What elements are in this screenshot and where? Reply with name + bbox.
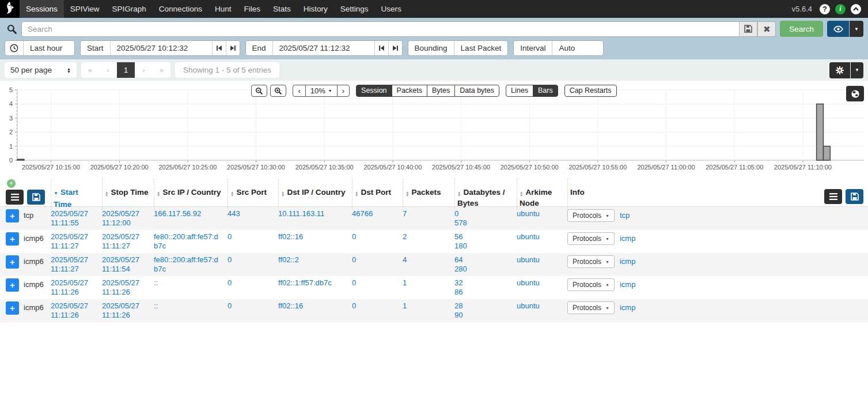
src-ip-link[interactable]: 166.117.56.92 — [154, 209, 201, 218]
dst-ip-link[interactable]: ff02::16 — [278, 301, 303, 310]
bytes-link[interactable]: 280 — [454, 265, 467, 273]
src-ip-link[interactable]: fe80::200:aff:fe57:db7c — [154, 255, 218, 273]
column-header-stop-time[interactable]: ▲▼Stop Time — [102, 179, 154, 210]
views-dropdown-button[interactable]: ▼ — [850, 21, 863, 37]
src-port-link[interactable]: 0 — [228, 232, 232, 241]
start-time-link[interactable]: 2025/05/27 11:11:55 — [51, 209, 88, 227]
start-step-back-button[interactable] — [212, 41, 226, 55]
pan-left-button[interactable]: ‹ — [293, 85, 305, 96]
src-port-link[interactable]: 0 — [228, 278, 232, 287]
info-protocol-link[interactable]: icmp — [620, 255, 635, 266]
column-header-src-port[interactable]: ▲▼Src Port — [228, 179, 278, 210]
column-header-dst-port[interactable]: ▲▼Dst Port — [352, 179, 403, 210]
column-header-databytes-bytes[interactable]: ▲▼Databytes / Bytes — [454, 179, 517, 210]
databytes-link[interactable]: 64 — [454, 255, 463, 264]
arkime-logo[interactable] — [0, 0, 20, 18]
zoom-level-select[interactable]: 10%▼ — [305, 85, 337, 96]
prev-page-button[interactable]: ‹ — [99, 62, 117, 78]
info-protocol-link[interactable]: tcp — [620, 209, 630, 220]
first-page-button[interactable]: « — [81, 62, 99, 78]
page-size-select[interactable]: 50 per page ▲▼ — [5, 62, 77, 78]
cap-restarts-button[interactable]: Cap Restarts — [564, 85, 617, 97]
column-header-packets[interactable]: ▲▼Packets — [403, 179, 454, 210]
databytes-link[interactable]: 28 — [454, 301, 463, 310]
expand-session-button[interactable]: + — [6, 278, 19, 292]
info-protocol-link[interactable]: icmp — [620, 301, 635, 312]
src-ip-link[interactable]: :: — [154, 301, 158, 310]
info-protocol-link[interactable]: icmp — [620, 278, 635, 289]
nav-item-files[interactable]: Files — [237, 0, 267, 18]
zoom-out-button[interactable] — [251, 85, 267, 97]
stop-time-link[interactable]: 2025/05/27 11:11:26 — [102, 301, 139, 319]
time-range-select[interactable]: Last hour — [24, 41, 74, 55]
dst-ip-link[interactable]: 10.111.163.11 — [278, 209, 324, 218]
expand-session-button[interactable]: + — [6, 209, 19, 222]
column-header-arkime-node[interactable]: ▲▼Arkime Node — [517, 179, 567, 210]
protocols-dropdown-button[interactable]: Protocols▼ — [567, 209, 615, 222]
src-ip-link[interactable]: fe80::200:aff:fe57:db7c — [154, 232, 218, 250]
start-time-link[interactable]: 2025/05/27 11:11:26 — [51, 301, 88, 319]
packets-link[interactable]: 1 — [403, 301, 407, 310]
nav-item-spigraph[interactable]: SPIGraph — [106, 0, 153, 18]
stop-time-link[interactable]: 2025/05/27 11:11:54 — [102, 255, 139, 273]
nav-item-settings[interactable]: Settings — [334, 0, 375, 18]
src-port-link[interactable]: 443 — [228, 209, 240, 218]
nav-item-spiview[interactable]: SPIView — [64, 0, 106, 18]
start-time-link[interactable]: 2025/05/27 11:11:27 — [51, 232, 88, 250]
metric-session-button[interactable]: Session — [356, 85, 392, 97]
settings-dropdown-button[interactable]: ▼ — [851, 62, 863, 78]
node-link[interactable]: ubuntu — [517, 301, 540, 310]
style-bars-button[interactable]: Bars — [533, 85, 558, 97]
node-link[interactable]: ubuntu — [517, 232, 540, 241]
protocols-dropdown-button[interactable]: Protocols▼ — [567, 255, 615, 268]
clear-search-button[interactable]: ✖ — [757, 21, 776, 37]
nav-item-users[interactable]: Users — [375, 0, 408, 18]
dst-ip-link[interactable]: ff02::16 — [278, 232, 303, 241]
start-step-forward-button[interactable] — [226, 41, 240, 55]
bytes-link[interactable]: 180 — [454, 242, 467, 250]
protocols-dropdown-button[interactable]: Protocols▼ — [567, 232, 615, 245]
stop-time-link[interactable]: 2025/05/27 11:11:27 — [102, 232, 139, 250]
start-time-input[interactable]: 2025/05/27 10:12:32 — [111, 41, 212, 55]
dst-port-link[interactable]: 0 — [352, 278, 356, 287]
info-protocol-link[interactable]: icmp — [620, 232, 635, 243]
nav-item-hunt[interactable]: Hunt — [209, 0, 238, 18]
src-port-link[interactable]: 0 — [228, 255, 232, 264]
src-ip-link[interactable]: :: — [154, 278, 158, 287]
save-columns-button-right[interactable] — [846, 189, 863, 204]
metric-bytes-button[interactable]: Bytes — [427, 85, 455, 97]
column-menu-button[interactable] — [6, 190, 24, 205]
databytes-link[interactable]: 56 — [454, 232, 463, 241]
last-page-button[interactable]: » — [153, 62, 170, 78]
help-icon[interactable]: ? — [820, 4, 830, 14]
bytes-link[interactable]: 90 — [454, 311, 463, 319]
info-icon[interactable]: i — [835, 4, 846, 14]
style-lines-button[interactable]: Lines — [506, 85, 533, 97]
interval-select[interactable]: Auto — [552, 41, 603, 55]
dst-port-link[interactable]: 46766 — [352, 209, 373, 218]
save-search-button[interactable] — [739, 21, 757, 37]
expand-session-button[interactable]: + — [6, 255, 19, 269]
pan-right-button[interactable]: › — [337, 85, 349, 96]
packets-link[interactable]: 2 — [403, 232, 407, 241]
packets-link[interactable]: 4 — [403, 255, 407, 264]
collapse-header-icon[interactable] — [851, 4, 861, 14]
search-input[interactable] — [21, 21, 739, 37]
column-menu-button-right[interactable] — [824, 189, 842, 204]
end-time-input[interactable]: 2025/05/27 11:12:32 — [273, 41, 374, 55]
expand-session-button[interactable]: + — [6, 301, 19, 315]
dst-port-link[interactable]: 0 — [352, 232, 356, 241]
databytes-link[interactable]: 0 — [454, 209, 458, 218]
node-link[interactable]: ubuntu — [517, 209, 540, 218]
next-page-button[interactable]: › — [135, 62, 153, 78]
stop-time-link[interactable]: 2025/05/27 11:12:00 — [102, 209, 139, 227]
end-step-forward-button[interactable] — [388, 41, 402, 55]
bytes-link[interactable]: 86 — [454, 288, 463, 296]
metric-data-bytes-button[interactable]: Data bytes — [454, 85, 499, 97]
protocols-dropdown-button[interactable]: Protocols▼ — [567, 278, 615, 291]
settings-gear-button[interactable] — [829, 62, 850, 78]
nav-item-sessions[interactable]: Sessions — [20, 0, 64, 18]
packets-link[interactable]: 7 — [403, 209, 407, 218]
start-time-link[interactable]: 2025/05/27 11:11:27 — [51, 255, 88, 273]
stop-time-link[interactable]: 2025/05/27 11:11:26 — [102, 278, 139, 296]
